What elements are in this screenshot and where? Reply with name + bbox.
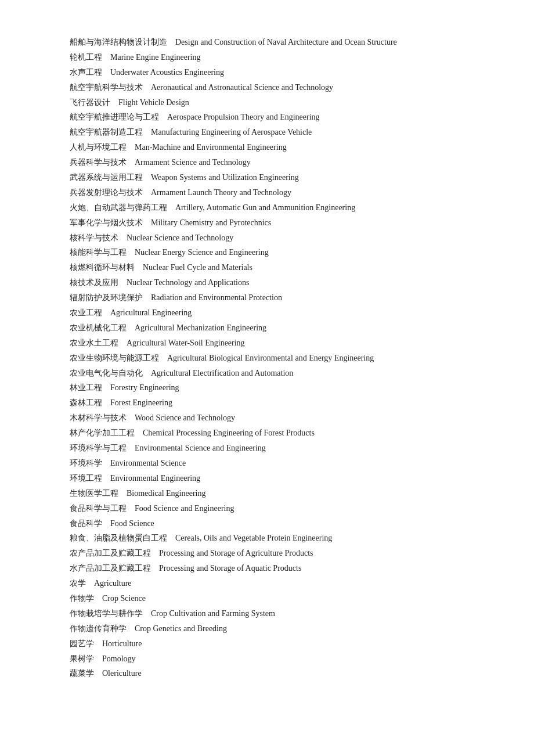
chinese-text: 农业水土工程: [70, 339, 118, 347]
chinese-text: 军事化学与烟火技术: [70, 218, 143, 227]
list-item: 农业水土工程 Agricultural Water-Soil Engineeri…: [70, 336, 488, 351]
chinese-text: 林业工程: [70, 383, 102, 392]
english-text: Artillery, Automatic Gun and Ammunition …: [175, 203, 355, 212]
list-item: 人机与环境工程 Man-Machine and Environmental En…: [70, 140, 488, 155]
list-item: 农产品加工及贮藏工程 Processing and Storage of Agr…: [70, 546, 488, 561]
list-item: 轮机工程 Marine Engine Engineering: [70, 50, 488, 65]
list-item: 武器系统与运用工程 Weapon Systems and Utilization…: [70, 170, 488, 185]
list-item: 农学 Agriculture: [70, 576, 488, 591]
english-text: Wood Science and Technology: [135, 413, 235, 422]
list-item: 船舶与海洋结构物设计制造 Design and Construction of …: [70, 35, 488, 50]
chinese-text: 粮食、油脂及植物蛋白工程: [70, 534, 167, 542]
english-text: Environmental Science: [110, 459, 186, 467]
english-text: Agricultural Electrification and Automat…: [151, 369, 293, 377]
chinese-text: 兵器科学与技术: [70, 158, 127, 167]
english-text: Agricultural Water-Soil Engineering: [127, 339, 245, 347]
list-item: 农业机械化工程 Agricultural Mechanization Engin…: [70, 321, 488, 336]
list-item: 食品科学与工程 Food Science and Engineering: [70, 501, 488, 516]
chinese-text: 水产品加工及贮藏工程: [70, 564, 151, 573]
list-item: 食品科学 Food Science: [70, 516, 488, 531]
list-item: 果树学 Pomology: [70, 651, 488, 667]
list-item: 环境工程 Environmental Engineering: [70, 471, 488, 486]
english-text: Food Science: [110, 519, 154, 528]
chinese-text: 环境科学与工程: [70, 444, 127, 452]
chinese-text: 农业机械化工程: [70, 323, 127, 332]
list-item: 环境科学 Environmental Science: [70, 456, 488, 471]
list-item: 农业电气化与自动化 Agricultural Electrification a…: [70, 366, 488, 381]
list-item: 环境科学与工程 Environmental Science and Engine…: [70, 441, 488, 456]
english-text: Biomedical Engineering: [127, 489, 205, 498]
chinese-text: 食品科学与工程: [70, 504, 127, 513]
list-item: 农业工程 Agricultural Engineering: [70, 305, 488, 321]
list-item: 农业生物环境与能源工程 Agricultural Biological Envi…: [70, 351, 488, 366]
english-text: Horticulture: [102, 639, 142, 648]
english-text: Underwater Acoustics Engineering: [110, 68, 224, 77]
chinese-text: 辐射防护及环境保护: [70, 293, 143, 302]
chinese-text: 农学: [70, 579, 86, 588]
list-item: 核技术及应用 Nuclear Technology and Applicatio…: [70, 275, 488, 290]
list-item: 军事化学与烟火技术 Military Chemistry and Pyrotec…: [70, 215, 488, 231]
chinese-text: 木材科学与技术: [70, 413, 127, 422]
chinese-text: 农业生物环境与能源工程: [70, 354, 159, 362]
chinese-text: 园艺学: [70, 639, 94, 648]
chinese-text: 核科学与技术: [70, 233, 118, 242]
english-text: Cereals, Oils and Vegetable Protein Engi…: [175, 534, 332, 542]
list-item: 作物学 Crop Science: [70, 591, 488, 606]
chinese-text: 火炮、自动武器与弹药工程: [70, 203, 167, 212]
english-text: Agricultural Engineering: [110, 308, 192, 317]
english-text: Processing and Storage of Agriculture Pr…: [159, 549, 313, 557]
list-item: 兵器科学与技术 Armament Science and Technology: [70, 155, 488, 170]
list-item: 航空宇航科学与技术 Aeronautical and Astronautical…: [70, 80, 488, 95]
list-item: 作物栽培学与耕作学 Crop Cultivation and Farming S…: [70, 606, 488, 621]
english-text: Nuclear Fuel Cycle and Materials: [143, 263, 252, 272]
list-item: 园艺学 Horticulture: [70, 636, 488, 651]
english-text: Agriculture: [94, 579, 132, 588]
english-text: Environmental Engineering: [110, 474, 200, 483]
list-item: 火炮、自动武器与弹药工程 Artillery, Automatic Gun an…: [70, 200, 488, 215]
english-text: Nuclear Science and Technology: [127, 233, 233, 242]
english-text: Nuclear Technology and Applications: [127, 278, 249, 287]
list-item: 木材科学与技术 Wood Science and Technology: [70, 411, 488, 426]
chinese-text: 人机与环境工程: [70, 143, 127, 152]
chinese-text: 作物遗传育种学: [70, 624, 127, 633]
chinese-text: 水声工程: [70, 68, 102, 77]
english-text: Forest Engineering: [110, 398, 172, 407]
chinese-text: 生物医学工程: [70, 489, 118, 498]
list-item: 辐射防护及环境保护 Radiation and Environmental Pr…: [70, 290, 488, 305]
english-text: Crop Genetics and Breeding: [135, 624, 227, 633]
english-text: Manufacturing Engineering of Aerospace V…: [151, 128, 312, 136]
chinese-text: 农业工程: [70, 308, 102, 317]
chinese-text: 武器系统与运用工程: [70, 173, 143, 182]
english-text: Forestry Engineering: [110, 383, 179, 392]
list-item: 生物医学工程 Biomedical Engineering: [70, 486, 488, 501]
english-text: Aerospace Propulsion Theory and Engineer…: [167, 113, 320, 121]
chinese-text: 食品科学: [70, 519, 102, 528]
list-item: 林产化学加工工程 Chemical Processing Engineering…: [70, 426, 488, 441]
list-item: 航空宇航器制造工程 Manufacturing Engineering of A…: [70, 125, 488, 140]
chinese-text: 环境科学: [70, 459, 102, 467]
english-text: Design and Construction of Naval Archite…: [175, 38, 397, 46]
list-item: 兵器发射理论与技术 Armament Launch Theory and Tec…: [70, 185, 488, 200]
chinese-text: 核技术及应用: [70, 278, 118, 287]
list-item: 航空宇航推进理论与工程 Aerospace Propulsion Theory …: [70, 110, 488, 125]
english-text: Food Science and Engineering: [135, 504, 234, 513]
chinese-text: 作物栽培学与耕作学: [70, 609, 143, 618]
english-text: Environmental Science and Engineering: [135, 444, 266, 452]
chinese-text: 轮机工程: [70, 53, 102, 62]
english-text: Nuclear Energy Science and Engineering: [135, 248, 269, 257]
list-item: 水声工程 Underwater Acoustics Engineering: [70, 65, 488, 80]
english-text: Olericulture: [102, 669, 142, 678]
list-item: 作物遗传育种学 Crop Genetics and Breeding: [70, 621, 488, 636]
chinese-text: 船舶与海洋结构物设计制造: [70, 38, 167, 46]
english-text: Agricultural Mechanization Engineering: [135, 323, 266, 332]
chinese-text: 飞行器设计: [70, 98, 110, 107]
chinese-text: 林产化学加工工程: [70, 429, 135, 437]
english-text: Aeronautical and Astronautical Science a…: [151, 83, 333, 92]
english-text: Crop Science: [102, 594, 146, 603]
chinese-text: 蔬菜学: [70, 669, 94, 678]
chinese-text: 环境工程: [70, 474, 102, 483]
english-text: Pomology: [102, 654, 136, 663]
english-text: Man-Machine and Environmental Engineerin…: [135, 143, 287, 152]
english-text: Radiation and Environmental Protection: [151, 293, 282, 302]
chinese-text: 航空宇航科学与技术: [70, 83, 143, 92]
